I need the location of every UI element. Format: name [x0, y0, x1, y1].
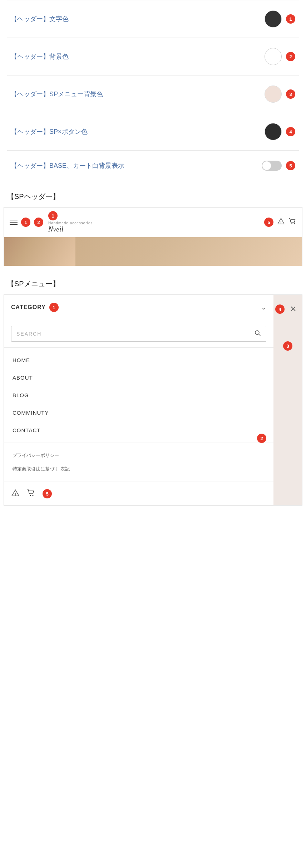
right-badge-3: 3 — [283, 341, 292, 351]
badge-2: 2 — [286, 52, 295, 61]
menu-items: HOME ABOUT BLOG COMMINUTY CONTACT — [4, 348, 273, 443]
menu-footer-privacy[interactable]: プライバシーポリシー — [4, 449, 273, 462]
close-button[interactable]: ✕ — [286, 302, 300, 316]
sp-menu-section-title: 【SPメニュー】 — [0, 266, 306, 294]
setting-label-4: 【ヘッダー】SP×ボタン色 — [11, 127, 88, 136]
svg-point-4 — [255, 331, 259, 335]
menu-footer-legal[interactable]: 特定商取引法に基づく 表記 — [4, 462, 273, 476]
setting-row-4: 【ヘッダー】SP×ボタン色 4 — [7, 113, 299, 151]
setting-right-3: 3 — [265, 86, 295, 103]
close-btn-container: 4 ✕ — [275, 302, 300, 316]
setting-right-2: 2 — [265, 48, 295, 65]
svg-point-3 — [294, 223, 295, 224]
svg-point-9 — [33, 495, 34, 496]
menu-badge-2-container: 2 — [4, 432, 273, 443]
sp-header-badge-2: 2 — [34, 218, 43, 227]
sp-header-badge-1b: 1 — [48, 211, 58, 220]
sp-menu-right-panel: 4 ✕ 3 — [273, 295, 302, 505]
setting-row-2: 【ヘッダー】背景色 2 — [7, 38, 299, 75]
bottom-cart-icon[interactable] — [27, 489, 35, 499]
setting-row-5: 【ヘッダー】BASE、カート白背景表示 5 — [7, 151, 299, 181]
sp-header-image — [4, 237, 302, 266]
sp-menu-left-panel: CATEGORY 1 ⌄ SEARCH — [4, 295, 273, 505]
tent-icon[interactable] — [277, 218, 285, 227]
sp-header-brand: Nveil — [48, 225, 63, 233]
bottom-tent-icon[interactable] — [11, 489, 20, 499]
sp-header-brand-info: 1 Handmade accessories Nveil — [48, 211, 93, 233]
sp-menu-preview: CATEGORY 1 ⌄ SEARCH — [4, 294, 302, 506]
color-swatch-4[interactable] — [265, 123, 282, 140]
bottom-badge-5: 5 — [43, 489, 52, 498]
search-row: SEARCH — [4, 320, 273, 348]
sp-header-left: 1 2 1 Handmade accessories Nveil — [10, 211, 93, 233]
badge-3: 3 — [286, 89, 295, 99]
menu-item-home[interactable]: HOME — [4, 351, 273, 369]
sp-header-badge-1: 1 — [21, 218, 30, 227]
color-swatch-1[interactable] — [265, 10, 282, 28]
setting-label-1: 【ヘッダー】文字色 — [11, 15, 69, 23]
setting-label-3: 【ヘッダー】SPメニュー背景色 — [11, 90, 103, 98]
sp-menu-top: CATEGORY 1 ⌄ SEARCH — [4, 295, 302, 505]
color-swatch-3[interactable] — [265, 86, 282, 103]
category-left: CATEGORY 1 — [11, 303, 59, 312]
badge-5: 5 — [286, 161, 295, 170]
setting-label-2: 【ヘッダー】背景色 — [11, 52, 69, 61]
menu-badge-2: 2 — [257, 434, 266, 443]
badge-4: 4 — [286, 127, 295, 136]
right-badge-3-container: 3 — [283, 341, 292, 351]
settings-section: 【ヘッダー】文字色 1 【ヘッダー】背景色 2 【ヘッダー】SPメニュー背景色 … — [0, 0, 306, 181]
svg-line-5 — [259, 334, 260, 336]
hamburger-icon[interactable] — [10, 220, 18, 225]
setting-row-1: 【ヘッダー】文字色 1 — [7, 0, 299, 38]
category-badge-1: 1 — [49, 303, 59, 312]
category-label: CATEGORY — [11, 304, 46, 311]
color-swatch-2[interactable] — [265, 48, 282, 65]
svg-point-2 — [291, 223, 292, 224]
sp-header-subtitle: Handmade accessories — [48, 221, 93, 225]
sp-header-badge-5: 5 — [264, 218, 273, 227]
sp-header-right: 5 — [264, 218, 296, 227]
svg-point-8 — [30, 495, 31, 496]
toggle-switch-5[interactable] — [262, 161, 282, 171]
setting-right-4: 4 — [265, 123, 295, 140]
sp-header-preview: 1 2 1 Handmade accessories Nveil 5 — [4, 207, 302, 266]
sp-menu-bottom-icons: 5 — [4, 482, 273, 505]
setting-right-1: 1 — [265, 10, 295, 28]
setting-right-5: 5 — [262, 161, 295, 171]
search-icon[interactable] — [255, 330, 261, 338]
menu-item-blog[interactable]: BLOG — [4, 386, 273, 404]
search-placeholder-text: SEARCH — [16, 331, 255, 337]
cart-icon[interactable] — [288, 218, 296, 227]
search-box[interactable]: SEARCH — [11, 326, 266, 342]
chevron-down-icon[interactable]: ⌄ — [261, 303, 266, 311]
badge-1: 1 — [286, 14, 295, 24]
menu-item-comminuty[interactable]: COMMINUTY — [4, 404, 273, 421]
sp-header-bar: 1 2 1 Handmade accessories Nveil 5 — [4, 208, 302, 237]
sp-header-section-title: 【SPヘッダー】 — [0, 181, 306, 207]
menu-item-about[interactable]: ABOUT — [4, 369, 273, 386]
menu-footer: プライバシーポリシー 特定商取引法に基づく 表記 — [4, 443, 273, 482]
right-badge-4: 4 — [275, 304, 285, 314]
setting-row-3: 【ヘッダー】SPメニュー背景色 3 — [7, 75, 299, 113]
setting-label-5: 【ヘッダー】BASE、カート白背景表示 — [11, 161, 124, 170]
category-row: CATEGORY 1 ⌄ — [4, 295, 273, 320]
